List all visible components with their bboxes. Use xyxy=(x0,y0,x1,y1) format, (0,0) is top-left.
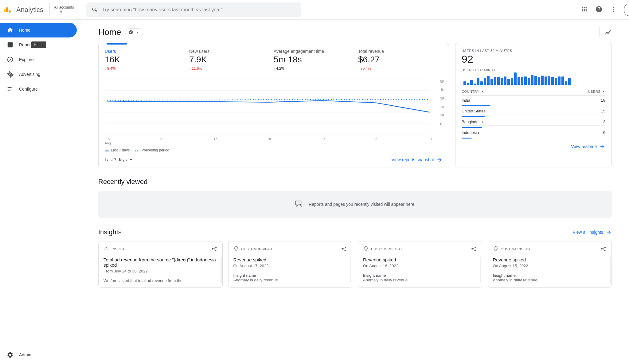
rt-bar xyxy=(524,76,527,85)
metric-total revenue[interactable]: Total revenue $6.27 ↓75.4% xyxy=(358,49,443,71)
rt-label-30min: USERS IN LAST 30 MINUTES xyxy=(462,49,605,53)
sidebar-item-configure[interactable]: Configure xyxy=(0,82,77,96)
insight-title: Revenue spiked xyxy=(363,257,477,262)
rt-users: 6 xyxy=(603,130,605,135)
rt-users: 18 xyxy=(601,98,605,103)
rt-country: Bangladesh xyxy=(462,119,483,124)
rt-bar xyxy=(528,78,530,85)
sidebar-item-label: Home xyxy=(19,28,30,33)
metric-value: 16K xyxy=(105,55,189,65)
search-box[interactable] xyxy=(86,2,301,17)
share-icon[interactable] xyxy=(600,246,607,253)
rt-table-row[interactable]: United States 15 xyxy=(462,106,605,117)
rt-bar xyxy=(548,76,550,85)
chart-x-axis-month: Aug xyxy=(105,141,443,145)
metric-name: Users xyxy=(105,49,189,54)
metric-value: $6.27 xyxy=(358,55,443,65)
insight-name-value: Anomaly in daily revenue xyxy=(493,278,607,282)
insight-card[interactable]: CUSTOM INSIGHT Revenue spiked On August … xyxy=(358,241,482,288)
rt-table-head: COUNTRY USERS xyxy=(462,90,605,96)
view-realtime-link[interactable]: View realtime xyxy=(571,143,605,150)
rt-table-row[interactable]: Indonesia 6 xyxy=(462,128,605,139)
sparkle-icon xyxy=(104,246,109,252)
active-metric-indicator xyxy=(107,43,127,45)
rt-bar xyxy=(558,76,561,85)
rt-bar xyxy=(555,78,557,85)
lightbulb-icon xyxy=(363,246,369,252)
rt-bar xyxy=(561,76,564,85)
rt-bar xyxy=(487,76,490,85)
overview-card: Users 16K ↓8.4% New users 7.9K ↓11.6% Av… xyxy=(98,43,449,167)
rt-table-body: India 18 United States 15 Bangladesh 13 xyxy=(462,96,605,139)
insight-card[interactable]: CUSTOM INSIGHT Revenue spiked On August … xyxy=(228,241,353,288)
help-icon[interactable] xyxy=(595,6,603,14)
rt-bar xyxy=(565,81,567,85)
insights-heading: Insights xyxy=(98,228,122,236)
share-icon[interactable] xyxy=(471,246,477,253)
rt-bar xyxy=(545,76,547,85)
metric-name: Total revenue xyxy=(358,49,443,54)
date-range-dropdown[interactable]: Last 7 days xyxy=(105,157,134,162)
view-all-insights-link[interactable]: View all insights xyxy=(573,229,612,235)
share-icon[interactable] xyxy=(341,246,347,253)
metric-delta: ↓8.4% xyxy=(105,66,189,71)
insight-card[interactable]: CUSTOM INSIGHT Revenue spiked On August … xyxy=(488,241,612,288)
main: Home Users 16K ↓8.4% xyxy=(79,20,629,364)
rt-bar xyxy=(518,77,520,85)
share-icon[interactable] xyxy=(211,246,217,253)
metric-name: New users xyxy=(189,49,274,54)
sidebar-item-explore[interactable]: Explore xyxy=(0,52,77,67)
check-circle-icon xyxy=(128,30,133,35)
rt-country: Indonesia xyxy=(462,130,479,135)
sidebar-item-home[interactable]: Home xyxy=(0,23,77,37)
rt-bar xyxy=(538,77,540,85)
rt-sparkline xyxy=(462,72,605,85)
rt-table-row[interactable]: Bangladesh 13 xyxy=(462,117,605,128)
rt-head-country[interactable]: COUNTRY xyxy=(462,90,484,93)
sidebar-item-reports[interactable]: Reports Home xyxy=(0,37,77,52)
metric-new users[interactable]: New users 7.9K ↓11.6% xyxy=(189,49,274,71)
chevron-down-icon: ▼ xyxy=(60,10,63,14)
rt-table-row[interactable]: India 18 xyxy=(462,96,605,106)
lightbulb-icon xyxy=(493,246,498,252)
apps-grid-icon[interactable] xyxy=(581,6,588,14)
sidebar-item-label: Configure xyxy=(19,87,38,92)
recently-viewed-empty-text: Reports and pages you recently visited w… xyxy=(309,202,416,207)
account-avatar[interactable] xyxy=(624,4,629,16)
rt-bar xyxy=(497,77,500,85)
sidebar-item-label: Advertising xyxy=(19,72,40,77)
more-vert-icon[interactable] xyxy=(610,6,617,14)
rt-bar xyxy=(504,76,506,85)
audience-chip[interactable] xyxy=(125,28,143,36)
view-reports-snapshot-link[interactable]: View reports snapshot xyxy=(392,157,443,163)
page-header: Home xyxy=(98,27,612,37)
realtime-card: USERS IN LAST 30 MINUTES 92 USERS PER MI… xyxy=(455,43,612,167)
rt-bar xyxy=(541,76,544,85)
sidebar-item-advertising[interactable]: Advertising xyxy=(0,67,77,82)
metric-users[interactable]: Users 16K ↓8.4% xyxy=(105,49,189,71)
sidebar-item-admin[interactable]: Admin xyxy=(0,347,77,362)
rt-users: 13 xyxy=(601,119,605,124)
account-switcher[interactable]: All accounts ▼ xyxy=(49,3,78,16)
search-input[interactable] xyxy=(102,7,296,13)
overview-chart: 5K4K3K2K1K0 15161718192021 Aug Last 7 da… xyxy=(105,80,443,152)
rt-head-users[interactable]: USERS xyxy=(588,90,605,93)
insight-title: Total ad revenue from the source "(direc… xyxy=(104,257,217,268)
rt-country: United States xyxy=(462,109,486,113)
insight-subtitle: On August 17, 2022 xyxy=(233,264,347,268)
insight-card[interactable]: INSIGHT Total ad revenue from the source… xyxy=(98,241,223,288)
page-title: Home xyxy=(98,27,121,37)
insight-subtitle: On August 16, 2022 xyxy=(363,264,477,268)
metric-average engagement time[interactable]: Average engagement time 5m 18s ↑4.2% xyxy=(274,49,358,71)
insight-name-label: Insight name xyxy=(363,273,477,278)
insight-tag: INSIGHT xyxy=(104,246,126,252)
recently-viewed-heading: Recently viewed xyxy=(98,178,612,186)
rt-bar xyxy=(534,76,537,85)
rt-bar xyxy=(531,75,533,85)
insight-name-value: Anomaly in daily revenue xyxy=(233,278,347,282)
insight-tag: CUSTOM INSIGHT xyxy=(233,246,273,252)
rt-bar xyxy=(470,80,473,85)
ga-logo-icon xyxy=(4,7,11,12)
sidebar-item-label: Reports xyxy=(19,42,34,47)
insights-spark-icon[interactable] xyxy=(604,28,612,37)
